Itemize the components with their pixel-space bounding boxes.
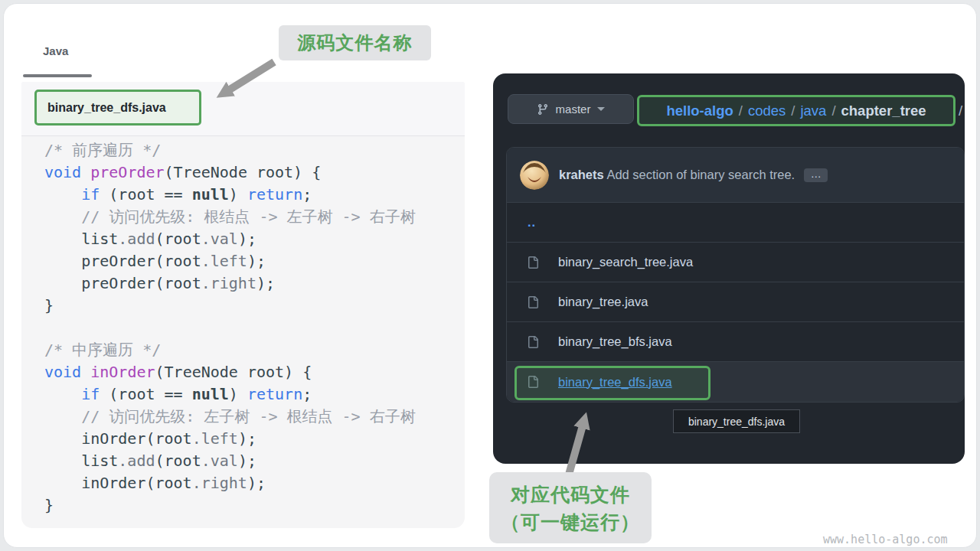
code-line: } [44,295,416,317]
filename-chip-label: binary_tree_dfs.java [47,101,166,115]
chevron-down-icon [597,107,605,111]
file-name-link[interactable]: binary_tree_dfs.java [558,375,672,390]
commit-message-text: Add section of binary search tree. [604,168,795,181]
code-line: // 访问优先级: 根结点 -> 左子树 -> 右子树 [44,206,416,228]
code-line: /* 中序遍历 */ [44,339,416,361]
filename-chip: binary_tree_dfs.java [34,90,201,126]
file-row[interactable]: binary_tree_dfs.java [507,362,964,402]
breadcrumb-trailing-slash: / [959,95,962,126]
file-icon [527,256,539,269]
file-row[interactable]: binary_tree.java [507,282,964,322]
figure-stage: Java binary_tree_dfs.java /* 前序遍历 */void… [0,0,980,551]
avatar[interactable] [520,161,549,190]
file-icon [527,376,539,388]
breadcrumb: hello-algo/codes/java/chapter_tree [637,95,956,126]
code-line: inOrder(root.right); [44,472,416,494]
file-tooltip: binary_tree_dfs.java [673,409,800,433]
file-row[interactable]: binary_tree_bfs.java [507,322,964,362]
code-line: list.add(root.val); [44,450,416,472]
file-row[interactable]: binary_search_tree.java [507,243,964,282]
code-line: preOrder(root.left); [44,250,416,272]
code-lines: /* 前序遍历 */void preOrder(TreeNode root) {… [21,136,430,517]
file-icon [527,336,539,348]
branch-name: master [556,103,591,116]
file-name-link[interactable]: binary_tree_bfs.java [558,334,672,349]
code-line: /* 前序遍历 */ [44,139,416,161]
tab-java[interactable]: Java [43,44,68,57]
branch-selector-button[interactable]: master [508,94,634,124]
breadcrumb-separator: / [791,103,795,119]
file-list: ..binary_search_tree.javabinary_tree.jav… [507,203,964,402]
code-line: list.add(root.val); [44,228,416,250]
latest-commit-bar: krahets Add section of binary search tre… [507,148,964,203]
watermark: www.hello-algo.com [823,533,948,546]
annotation-source-file-label: 源码文件名称 [279,25,431,60]
code-header: binary_tree_dfs.java [21,82,465,136]
file-browser-box: krahets Add section of binary search tre… [506,147,965,403]
breadcrumb-link-codes[interactable]: codes [748,103,786,119]
code-panel: binary_tree_dfs.java /* 前序遍历 */void preO… [21,82,465,528]
code-line: // 访问优先级: 左子树 -> 根结点 -> 右子树 [44,406,416,428]
annotation-code-file-line2: （可一键运行） [489,508,652,536]
breadcrumb-separator: / [739,103,743,119]
file-name-link[interactable]: binary_tree.java [558,295,648,309]
breadcrumb-link-chapter_tree: chapter_tree [841,103,926,119]
annotation-code-file-line1: 对应代码文件 [489,481,652,508]
breadcrumb-link-hello-algo[interactable]: hello-algo [666,103,733,119]
commit-message: krahets Add section of binary search tre… [559,168,828,183]
code-line: preOrder(root.right); [44,272,416,295]
code-line: if (root == null) return; [44,184,416,206]
git-branch-icon [537,103,549,116]
file-name-link[interactable]: binary_search_tree.java [558,255,693,269]
commit-ellipsis-button[interactable]: … [804,168,828,182]
code-line: void inOrder(TreeNode root) { [44,361,416,383]
parent-dir-row[interactable]: .. [507,203,964,243]
tab-active-underline [23,74,92,77]
code-line: inOrder(root.left); [44,428,416,450]
breadcrumb-separator: / [831,103,835,119]
file-icon [527,296,539,308]
code-line: } [44,494,416,517]
parent-dir-link[interactable]: .. [528,215,536,230]
commit-author[interactable]: krahets [559,168,604,181]
code-line: void preOrder(TreeNode root) { [44,161,416,184]
annotation-code-file-label: 对应代码文件 （可一键运行） [489,472,652,543]
github-panel: master hello-algo/codes/java/chapter_tre… [493,73,965,464]
breadcrumb-link-java[interactable]: java [800,103,826,119]
code-line: if (root == null) return; [44,383,416,406]
code-blank-line [44,317,416,339]
